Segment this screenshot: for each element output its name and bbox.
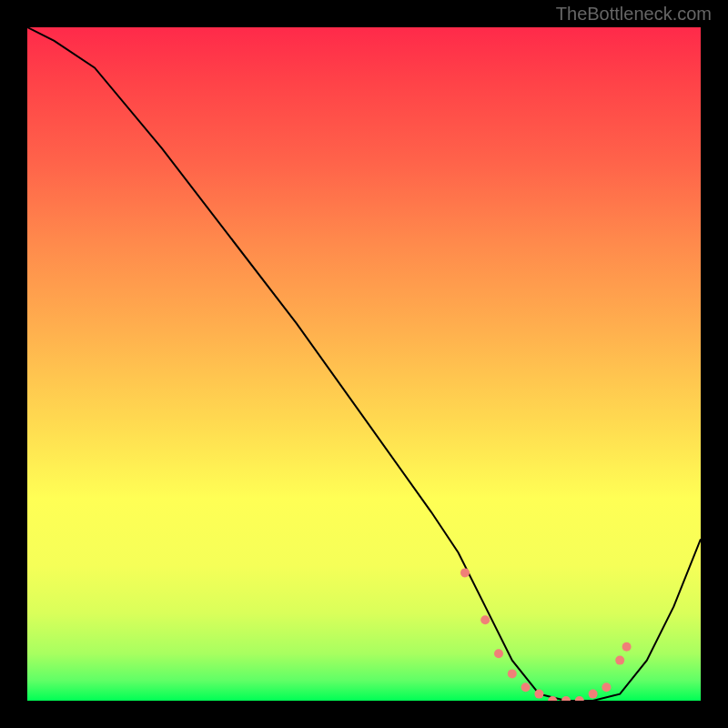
bottleneck-curve [27, 27, 701, 701]
marker-dot [508, 669, 517, 678]
marker-dot [602, 682, 611, 692]
marker-dot [494, 649, 503, 658]
marker-dot [521, 682, 531, 692]
highlight-markers [460, 568, 632, 701]
marker-dot [589, 690, 598, 699]
chart-svg [27, 27, 701, 701]
watermark-text: TheBottleneck.com [556, 4, 712, 25]
marker-dot [561, 696, 571, 701]
chart-container: TheBottleneck.com [0, 0, 728, 728]
marker-dot [534, 690, 543, 699]
marker-dot [480, 615, 490, 624]
marker-dot [460, 568, 470, 577]
marker-dot [615, 656, 624, 665]
marker-dot [575, 696, 584, 701]
marker-dot [622, 642, 632, 652]
